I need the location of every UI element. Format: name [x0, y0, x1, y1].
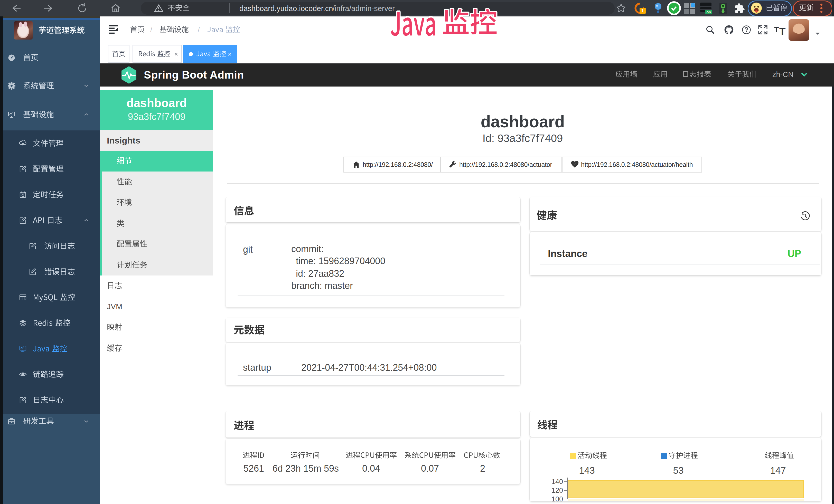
svg-text:on: on — [706, 10, 711, 14]
svg-text:1: 1 — [641, 8, 644, 13]
